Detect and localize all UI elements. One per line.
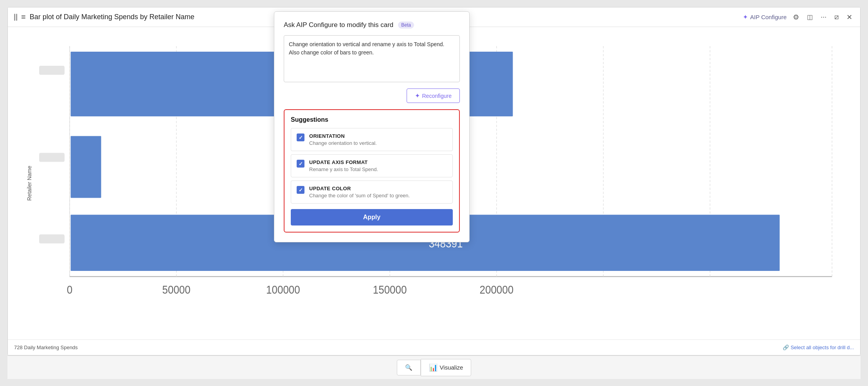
- svg-text:0: 0: [67, 283, 72, 296]
- drill-icon: 🔗: [783, 345, 789, 350]
- suggestions-title: Suggestions: [291, 116, 453, 123]
- suggestion-item-orientation: ORIENTATION Change orientation to vertic…: [291, 128, 453, 151]
- suggestion-checkbox-orientation[interactable]: [297, 133, 304, 141]
- chart-header-right: ✦ AIP Configure ⚙ ◫ ··· ⧄ ✕: [743, 11, 854, 23]
- suggestion-desc-axis: Rename y axis to Total Spend.: [309, 166, 378, 172]
- chart-icon: ≡: [21, 13, 26, 22]
- drill-link-text: Select all objects for drill d...: [791, 345, 854, 350]
- aip-panel-header: Ask AIP Configure to modify this card Be…: [284, 21, 460, 29]
- aip-configure-button[interactable]: ✦ AIP Configure: [743, 13, 787, 21]
- visualize-icon: 📊: [429, 363, 438, 372]
- suggestion-desc-orientation: Change orientation to vertical.: [309, 140, 377, 146]
- aip-panel: Ask AIP Configure to modify this card Be…: [274, 11, 470, 242]
- svg-text:200000: 200000: [480, 283, 514, 296]
- bottom-toolbar: 🔍 📊 Visualize: [7, 355, 861, 379]
- svg-rect-16: [71, 136, 101, 198]
- main-container: ≡ Bar plot of Daily Marketing Spends by …: [7, 7, 861, 379]
- aip-configure-label: AIP Configure: [750, 14, 787, 20]
- drill-link[interactable]: 🔗 Select all objects for drill d...: [783, 345, 854, 350]
- svg-rect-21: [39, 234, 65, 244]
- suggestion-checkbox-axis[interactable]: [297, 160, 304, 168]
- sparkle-icon: ✦: [743, 13, 748, 21]
- close-button[interactable]: ✕: [845, 11, 854, 23]
- settings-button[interactable]: ⚙: [791, 11, 801, 23]
- chart-card: ≡ Bar plot of Daily Marketing Spends by …: [7, 7, 861, 355]
- monitor-icon: ◫: [807, 13, 813, 21]
- apply-button[interactable]: Apply: [291, 209, 453, 225]
- drag-handle[interactable]: [14, 14, 17, 21]
- settings-icon: ⚙: [793, 13, 799, 22]
- suggestion-checkbox-color[interactable]: [297, 186, 304, 194]
- suggestion-item-color: UPDATE COLOR Change the color of 'sum of…: [291, 180, 453, 204]
- suggestion-desc-color: Change the color of 'sum of Spend' to gr…: [309, 193, 410, 198]
- close-icon: ✕: [846, 13, 852, 22]
- chart-title: Bar plot of Daily Marketing Spends by Re…: [30, 13, 194, 21]
- search-icon: 🔍: [405, 364, 412, 371]
- suggestion-text-axis: UPDATE AXIS FORMAT Rename y axis to Tota…: [309, 159, 378, 172]
- expand-button[interactable]: ⧄: [833, 11, 840, 23]
- suggestion-text-orientation: ORIENTATION Change orientation to vertic…: [309, 133, 377, 146]
- y-axis-label: Retailer Name: [26, 166, 32, 200]
- suggestion-name-axis: UPDATE AXIS FORMAT: [309, 159, 378, 165]
- svg-text:100000: 100000: [266, 283, 300, 296]
- svg-text:150000: 150000: [373, 283, 407, 296]
- aip-textarea[interactable]: [284, 35, 460, 82]
- reconfigure-button[interactable]: ✦ Reconfigure: [407, 88, 460, 103]
- suggestion-item-axis: UPDATE AXIS FORMAT Rename y axis to Tota…: [291, 154, 453, 177]
- expand-icon: ⧄: [834, 13, 839, 21]
- chart-footer: 728 Daily Marketing Spends 🔗 Select all …: [8, 339, 860, 355]
- svg-rect-19: [39, 66, 65, 75]
- visualize-label: Visualize: [440, 364, 463, 371]
- aip-panel-title: Ask AIP Configure to modify this card: [284, 21, 393, 29]
- suggestion-name-orientation: ORIENTATION: [309, 133, 377, 139]
- suggestion-name-color: UPDATE COLOR: [309, 186, 410, 191]
- more-icon: ···: [821, 13, 827, 21]
- svg-rect-20: [39, 153, 65, 162]
- svg-text:50000: 50000: [162, 283, 191, 296]
- search-button[interactable]: 🔍: [397, 360, 421, 375]
- monitor-button[interactable]: ◫: [805, 12, 814, 22]
- suggestion-text-color: UPDATE COLOR Change the color of 'sum of…: [309, 186, 410, 198]
- reconfigure-sparkle-icon: ✦: [415, 92, 420, 99]
- reconfigure-label: Reconfigure: [422, 93, 452, 99]
- suggestions-box: Suggestions ORIENTATION Change orientati…: [284, 109, 460, 233]
- visualize-button[interactable]: 📊 Visualize: [421, 359, 472, 376]
- footer-text: 728 Daily Marketing Spends: [14, 345, 78, 350]
- more-button[interactable]: ···: [819, 11, 828, 23]
- beta-badge: Beta: [398, 22, 414, 29]
